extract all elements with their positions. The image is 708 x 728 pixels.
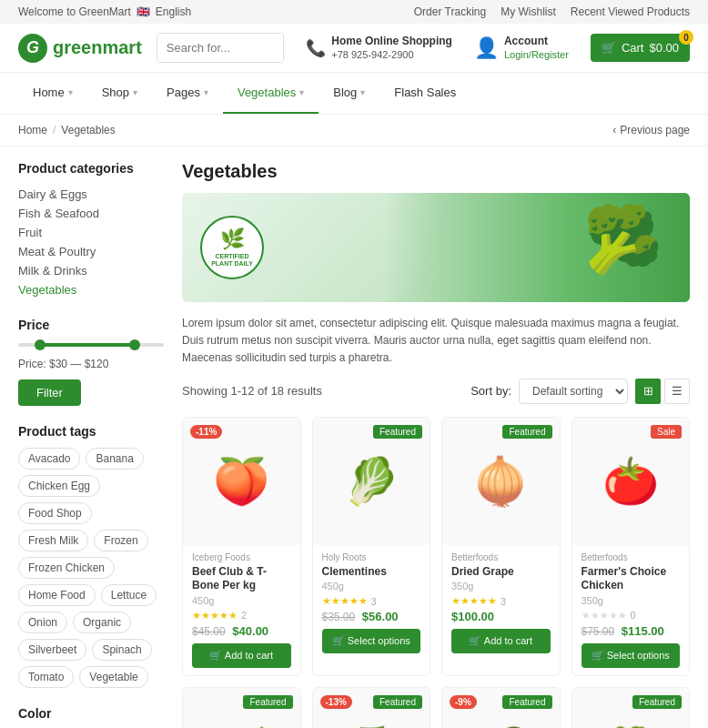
tag-spinach[interactable]: Spinach [92, 639, 151, 661]
language-selector[interactable]: English [156, 5, 191, 18]
breadcrumb-separator: / [53, 124, 56, 136]
recent-viewed-link[interactable]: Recent Viewed Products [571, 5, 690, 18]
category-dairy[interactable]: Dairy & Eggs [18, 185, 164, 204]
nav-blog[interactable]: Blog ▾ [319, 73, 379, 114]
welcome-text: Welcome to GreenMart [18, 5, 131, 18]
badge-featured: Featured [373, 425, 422, 439]
tag-silverbeet[interactable]: Silverbeet [18, 639, 86, 661]
tag-lettuce[interactable]: Lettuce [101, 584, 157, 606]
content-area: Vegetables 🌿 CERTIFIEDPLANT DAILY 🥦 Lore… [182, 161, 690, 728]
price-slider-min-thumb[interactable] [35, 339, 46, 350]
tag-vegetable[interactable]: Vegetable [79, 666, 147, 688]
tag-avacado[interactable]: Avacado [18, 448, 80, 470]
price-slider-max-thumb[interactable] [129, 339, 140, 350]
prev-page-link[interactable]: ‹ Previous page [612, 124, 690, 136]
phone-icon: 📞 [306, 38, 326, 58]
tag-frozen-chicken[interactable]: Frozen Chicken [18, 557, 115, 579]
sidebar: Product categories Dairy & Eggs Fish & S… [18, 161, 164, 728]
account-icon: 👤 [474, 36, 499, 60]
results-bar: Showing 1-12 of 18 results Sort by: Defa… [182, 379, 690, 404]
category-fruit[interactable]: Fruit [18, 223, 164, 242]
product-body: Holy Roots Clementines 450g ★★★★★ 3 $35.… [313, 545, 430, 662]
main-layout: Product categories Dairy & Eggs Fish & S… [0, 147, 708, 728]
cart-button[interactable]: 0 🛒 Cart $0.00 [591, 34, 690, 62]
chevron-left-icon: ‹ [612, 124, 616, 136]
grid-view-button[interactable]: ⊞ [635, 379, 661, 404]
list-view-button[interactable]: ☰ [664, 379, 690, 404]
badge-discount: -9% [450, 695, 477, 709]
nav-flash-sales[interactable]: Flash Sales [379, 73, 470, 114]
product-stars: ★★★★★ 3 [322, 595, 421, 607]
select-options-button[interactable]: 🛒 Select options [582, 643, 681, 668]
chevron-down-icon: ▾ [133, 87, 137, 97]
product-card: 🫛 Featured Betterfoods Fresh Attitude Ba… [182, 687, 301, 728]
tag-home-food[interactable]: Home Food [18, 584, 96, 606]
product-card: 🧅 Featured Betterfoods Dried Grape 350g … [441, 417, 561, 676]
cart-price: $0.00 [649, 41, 679, 55]
category-meat[interactable]: Meat & Poultry [18, 242, 164, 261]
nav-vegetables[interactable]: Vegetables ▾ [223, 73, 319, 114]
price-slider-fill [40, 343, 135, 347]
sort-section: Sort by: Default sorting ⊞ ☰ [470, 379, 690, 404]
products-grid: 🍑 -11% Iceberg Foods Beef Club & T-Bone … [182, 417, 690, 728]
product-stars: ★★★★★ 3 [451, 595, 551, 607]
product-name[interactable]: Farmer's Choice Chicken [582, 565, 681, 593]
tag-food-shop[interactable]: Food Shop [18, 502, 92, 524]
product-name[interactable]: Clementines [322, 565, 421, 580]
search-bar[interactable]: 🔍 [157, 33, 284, 63]
product-card: 🍅 Sale Betterfoods Farmer's Choice Chick… [571, 417, 691, 676]
tag-organic[interactable]: Organic [73, 612, 131, 633]
product-card: 🍈 -13% Featured Yummy Tummy Kale Bunch 2… [312, 687, 431, 728]
select-options-button[interactable]: 🛒 Select options [322, 629, 421, 653]
category-vegetables[interactable]: Vegetables [18, 280, 164, 299]
broccoli-icon: 🥦 [583, 202, 662, 277]
tag-fresh-milk[interactable]: Fresh Milk [18, 530, 88, 551]
price-current: $40.00 [232, 624, 268, 638]
wishlist-link[interactable]: My Wishlist [501, 5, 556, 18]
price-current: $100.00 [451, 610, 494, 623]
product-image: 🥦 Featured [572, 688, 690, 728]
badge-discount: -13% [320, 695, 352, 709]
breadcrumb-bar: Home / Vegetables ‹ Previous page [0, 115, 708, 147]
product-weight: 450g [192, 595, 291, 606]
price-current: $56.00 [362, 610, 399, 623]
product-stars: ★★★★★ 2 [192, 610, 291, 622]
search-input[interactable] [157, 34, 284, 62]
phone-number: +78 925-942-2900 [331, 49, 413, 60]
sort-select[interactable]: Default sorting [519, 379, 628, 404]
price-current: $115.00 [622, 624, 664, 638]
product-name[interactable]: Beef Club & T-Bone Per kg [192, 565, 291, 593]
nav-pages[interactable]: Pages ▾ [152, 73, 223, 114]
tag-onion[interactable]: Onion [18, 612, 67, 633]
category-milk[interactable]: Milk & Drinks [18, 261, 164, 280]
category-fish[interactable]: Fish & Seafood [18, 204, 164, 223]
tags-section: Product tags Avacado Banana Chicken Egg … [18, 424, 164, 688]
chevron-down-icon: ▾ [204, 87, 208, 97]
add-to-cart-button[interactable]: 🛒 Add to cart [451, 629, 551, 653]
logo[interactable]: G greenmart [18, 34, 142, 63]
tag-banana[interactable]: Banana [86, 448, 143, 470]
cart-label: Cart [622, 41, 644, 55]
badge-featured: Featured [373, 695, 422, 709]
product-card: 🥬 Featured Holy Roots Clementines 450g ★… [312, 417, 431, 676]
order-tracking-link[interactable]: Order Tracking [414, 5, 486, 18]
product-vendor: Holy Roots [322, 552, 421, 562]
filter-button[interactable]: Filter [18, 379, 81, 406]
nav-shop[interactable]: Shop ▾ [87, 73, 152, 114]
product-vendor: Betterfoods [582, 552, 681, 562]
add-to-cart-button[interactable]: 🛒 Add to cart [192, 643, 291, 668]
tag-frozen[interactable]: Frozen [94, 530, 147, 551]
product-name[interactable]: Dried Grape [451, 565, 551, 580]
product-weight: 350g [451, 581, 551, 592]
tag-chicken-egg[interactable]: Chicken Egg [18, 475, 100, 497]
banner-image: 🥦 [385, 193, 690, 302]
chevron-down-icon: ▾ [68, 87, 73, 97]
breadcrumb-home[interactable]: Home [18, 124, 47, 136]
tag-tomato[interactable]: Tomato [18, 666, 74, 688]
login-register-link[interactable]: Login/Register [504, 49, 569, 60]
product-vendor: Iceberg Foods [192, 552, 291, 562]
nav-home[interactable]: Home ▾ [18, 73, 87, 114]
product-image: 🫛 Featured [183, 688, 300, 728]
logo-text: greenmart [53, 37, 142, 58]
cart-icon: 🛒 [602, 41, 616, 55]
